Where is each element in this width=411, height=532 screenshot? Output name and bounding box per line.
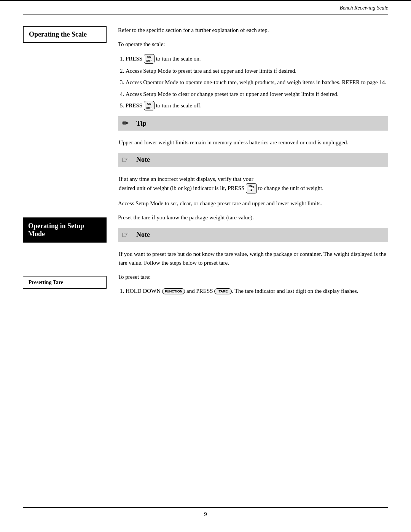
spacer2 <box>23 253 107 276</box>
preset-step-1: HOLD DOWN FUNCTION and PRESS TARE. The t… <box>126 287 388 296</box>
step-2: Access Setup Mode to preset tare and set… <box>126 67 388 75</box>
section1-to-operate: To operate the scale: <box>118 40 388 49</box>
tip-title-col: Tip <box>132 116 388 131</box>
note2-title-col: Note <box>132 228 388 242</box>
content-area: Operating the Scale Operating in Setup M… <box>0 14 411 313</box>
tip-title: Tip <box>136 120 147 128</box>
function-button[interactable]: FUNCTION <box>162 288 185 295</box>
step-1: PRESS ON/OFF to turn the scale on. <box>126 54 388 64</box>
on-off-button-2[interactable]: ON/OFF <box>144 101 155 111</box>
footer-area: 9 <box>0 503 411 521</box>
note1-body-part1: If at any time an incorrect weight displ… <box>118 175 388 194</box>
section1-heading-box: Operating the Scale <box>23 26 107 43</box>
step-3: Access Operator Mode to operate one-touc… <box>126 78 388 87</box>
note2-icon: ☞ <box>121 230 129 240</box>
page-number: 9 <box>204 511 207 517</box>
section1-steps: PRESS ON/OFF to turn the scale on. Acces… <box>118 54 388 111</box>
note1-icon-col: ☞ <box>118 153 132 167</box>
step-4: Access Setup Mode to clear or change pre… <box>126 90 388 99</box>
tare-button[interactable]: TARE <box>214 288 232 295</box>
spacer1 <box>23 54 107 217</box>
presetting-tare-body: Preset the tare if you know the package … <box>118 213 388 222</box>
tip-callout-box: ✏ Tip <box>118 116 388 131</box>
note1-title-col: Note <box>132 153 388 167</box>
note1-icon: ☞ <box>121 155 129 165</box>
note1-title: Note <box>136 156 150 164</box>
on-off-button-1[interactable]: ON/OFF <box>144 54 155 64</box>
note2-body: If you want to preset tare but do not kn… <box>118 250 388 268</box>
note2-title: Note <box>136 231 150 239</box>
note1-callout-box: ☞ Note <box>118 153 388 167</box>
page-header: Bench Receiving Scale <box>0 3 411 14</box>
section1-intro: Refer to the specific section for a furt… <box>118 26 388 35</box>
page-footer: 9 <box>0 508 411 521</box>
section2-intro: Access Setup Mode to set, clear, or chan… <box>118 199 388 208</box>
presetting-tare-label: Presetting Tare <box>29 280 63 285</box>
section1-title: Operating the Scale <box>29 30 87 38</box>
section2-title: Operating in Setup Mode <box>28 222 84 238</box>
top-rule <box>0 0 411 1</box>
tip-icon-col: ✏ <box>118 116 132 131</box>
note2-callout-box: ☞ Note <box>118 228 388 242</box>
tip-body: Upper and lower weight limits remain in … <box>118 138 388 147</box>
section2-heading-box: Operating in Setup Mode <box>23 217 107 243</box>
preset-steps: HOLD DOWN FUNCTION and PRESS TARE. The t… <box>118 287 388 296</box>
presetting-tare-box: Presetting Tare <box>23 276 107 289</box>
right-column: Refer to the specific section for a furt… <box>114 26 388 301</box>
unit-button[interactable]: lbkg ▲ <box>246 183 256 193</box>
page: Bench Receiving Scale Operating the Scal… <box>0 0 411 532</box>
note2-icon-col: ☞ <box>118 228 132 242</box>
left-column: Operating the Scale Operating in Setup M… <box>23 26 114 301</box>
tip-icon: ✏ <box>122 118 129 128</box>
to-preset-tare: To preset tare: <box>118 273 388 281</box>
step-5: PRESS ON/OFF to turn the scale off. <box>126 101 388 111</box>
header-title: Bench Receiving Scale <box>340 5 388 11</box>
